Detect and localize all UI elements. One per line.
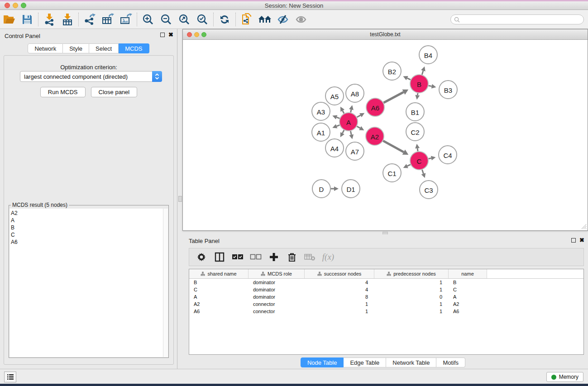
graph-edge-C-C2[interactable] <box>415 144 420 151</box>
run-mcds-button[interactable]: Run MCDS <box>40 87 86 97</box>
tab-network-table[interactable]: Network Table <box>386 357 436 367</box>
unselect-all-columns-icon[interactable] <box>248 250 263 264</box>
close-panel-icon[interactable]: ✖ <box>168 33 173 37</box>
graph-node-A[interactable]: A <box>339 113 358 131</box>
table-cell[interactable]: A6 <box>449 308 487 315</box>
table-row[interactable]: Cdominator41C <box>189 286 583 293</box>
network-canvas[interactable]: B4B2BB3A8A5A6A3B1AA1C2A2A4A7C4CC1DD1C3 <box>183 40 588 230</box>
graph-node-A7[interactable]: A7 <box>346 142 364 160</box>
graph-node-C2[interactable]: C2 <box>406 123 424 141</box>
table-cell[interactable]: 4 <box>305 286 374 293</box>
table-cell[interactable]: connector <box>249 300 305 308</box>
tab-motifs[interactable]: Motifs <box>436 357 465 367</box>
window-resize-grip[interactable] <box>580 223 587 229</box>
table-cell[interactable]: A <box>449 293 487 300</box>
zoom-selected-icon[interactable] <box>193 11 211 28</box>
refresh-icon[interactable] <box>215 11 234 28</box>
mcds-result-item[interactable]: C <box>11 231 163 238</box>
table-cell[interactable]: 1 <box>374 279 449 286</box>
table-cell[interactable]: 1 <box>374 300 449 308</box>
graph-node-A2[interactable]: A2 <box>366 127 384 145</box>
export-image-icon[interactable] <box>117 11 135 28</box>
select-all-columns-icon[interactable] <box>230 250 245 264</box>
table-cell[interactable]: 1 <box>374 286 449 293</box>
tab-network[interactable]: Network <box>28 43 63 53</box>
table-cell[interactable]: dominator <box>249 293 305 300</box>
zoom-fit-icon[interactable] <box>175 11 193 28</box>
graph-node-D[interactable]: D <box>312 180 330 198</box>
table-row[interactable]: Adominator80A <box>189 293 583 300</box>
graph-node-A5[interactable]: A5 <box>325 87 344 105</box>
table-cell[interactable]: dominator <box>249 286 305 293</box>
graph-node-A1[interactable]: A1 <box>312 123 330 141</box>
table-cell[interactable]: 0 <box>374 293 449 300</box>
delete-columns-icon[interactable] <box>284 250 300 264</box>
show-graphics-details-icon[interactable] <box>292 11 310 28</box>
graph-edge-A6-B[interactable] <box>384 90 409 103</box>
table-cell[interactable]: 1 <box>374 308 449 315</box>
node-table[interactable]: shared nameMCDS rolesuccessor nodesprede… <box>189 269 584 355</box>
graph-edge-A2-C[interactable] <box>383 141 408 155</box>
mcds-result-item[interactable]: B <box>11 224 163 231</box>
export-network-icon[interactable] <box>81 11 99 28</box>
vertical-splitter-handle[interactable] <box>178 196 182 202</box>
search-input[interactable] <box>462 16 583 23</box>
result-list-scrollbar[interactable] <box>163 209 168 357</box>
table-cell[interactable]: A2 <box>449 300 487 308</box>
import-network-icon[interactable] <box>40 11 58 28</box>
show-column-panel-icon[interactable] <box>212 250 227 264</box>
graph-edge-C-C1[interactable] <box>403 164 411 168</box>
export-table-icon[interactable] <box>99 11 117 28</box>
tab-mcds[interactable]: MCDS <box>119 43 149 53</box>
table-cell[interactable]: B <box>189 279 249 286</box>
graph-edge-A-A8[interactable] <box>349 105 354 112</box>
graph-edge-B-B3[interactable] <box>429 84 436 89</box>
graph-node-D1[interactable]: D1 <box>342 180 360 198</box>
column-header-predecessor-nodes[interactable]: predecessor nodes <box>374 269 449 278</box>
graph-node-B4[interactable]: B4 <box>419 46 437 64</box>
column-header-MCDS-role[interactable]: MCDS role <box>249 269 305 278</box>
graph-node-C[interactable]: C <box>410 152 428 170</box>
table-cell[interactable]: A <box>189 293 249 300</box>
mcds-result-item[interactable]: A <box>11 217 163 224</box>
table-cell[interactable]: 1 <box>305 308 374 315</box>
column-header-successor-nodes[interactable]: successor nodes <box>305 269 374 278</box>
graph-node-C1[interactable]: C1 <box>383 164 401 182</box>
graph-node-A8[interactable]: A8 <box>346 84 364 102</box>
graph-edge-A-A4[interactable] <box>340 130 344 138</box>
graph-edge-D-D1[interactable] <box>331 186 339 191</box>
table-cell[interactable]: 4 <box>305 279 374 286</box>
table-cell[interactable]: dominator <box>249 279 305 286</box>
network-window-titlebar[interactable]: testGlobe.txt <box>183 29 588 40</box>
graph-edge-A-A6[interactable] <box>357 113 364 117</box>
table-row[interactable]: A2connector11A2 <box>189 300 583 308</box>
tab-node-table[interactable]: Node Table <box>301 357 344 367</box>
zoom-out-icon[interactable] <box>157 11 175 28</box>
tab-edge-table[interactable]: Edge Table <box>344 357 386 367</box>
graph-edge-B-B1[interactable] <box>415 93 420 100</box>
graph-node-B3[interactable]: B3 <box>439 81 457 99</box>
graph-edge-C-C4[interactable] <box>429 156 436 161</box>
close-panel-button[interactable]: Close panel <box>91 87 138 97</box>
table-cell[interactable]: C <box>189 286 249 293</box>
save-session-icon[interactable] <box>18 11 36 28</box>
table-cell[interactable]: C <box>449 286 487 293</box>
close-table-panel-icon[interactable]: ✖ <box>579 238 584 243</box>
table-cell[interactable]: A2 <box>189 300 249 308</box>
table-row[interactable]: A6connector11A6 <box>189 308 583 315</box>
float-table-panel-icon[interactable] <box>571 238 576 243</box>
graph-edge-A-A2[interactable] <box>357 126 364 130</box>
graph-node-B2[interactable]: B2 <box>383 62 401 80</box>
table-cell[interactable]: connector <box>249 308 305 315</box>
graph-edge-A-A1[interactable] <box>332 124 339 128</box>
table-cell[interactable]: 1 <box>305 300 374 308</box>
graph-node-B1[interactable]: B1 <box>406 103 424 121</box>
import-table-icon[interactable] <box>58 11 76 28</box>
cybrowser-home-icon[interactable] <box>256 11 274 28</box>
graph-edge-A-A3[interactable] <box>332 115 339 119</box>
table-cell[interactable]: 8 <box>305 293 374 300</box>
graph-node-B[interactable]: B <box>410 75 428 93</box>
search-field[interactable] <box>450 14 584 24</box>
tab-select[interactable]: Select <box>89 43 119 53</box>
float-panel-icon[interactable] <box>160 33 165 37</box>
